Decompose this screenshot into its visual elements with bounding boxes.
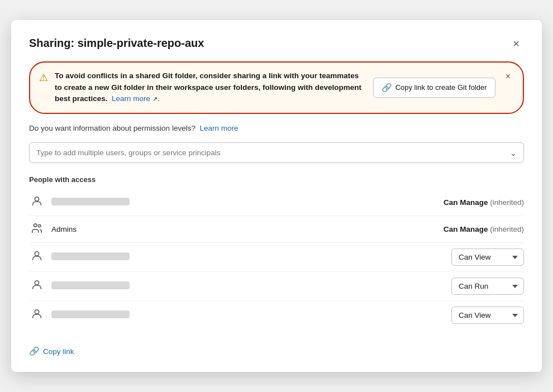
- group-icon: [29, 222, 45, 237]
- person-icon: [29, 308, 45, 323]
- person-row: Can ViewCan EditCan RunCan Manage: [29, 272, 524, 301]
- person-icon: [29, 279, 45, 294]
- permission-select[interactable]: Can ViewCan EditCan RunCan Manage: [451, 248, 524, 266]
- people-with-access-label: People with access: [29, 175, 524, 184]
- permission-label: Can Manage (inherited): [412, 198, 524, 207]
- person-row: Can Manage (inherited): [29, 189, 524, 216]
- people-list: Can Manage (inherited) Admins Can Manage…: [29, 189, 524, 329]
- svg-point-4: [35, 281, 39, 285]
- copy-link-label: Copy link: [43, 347, 74, 356]
- modal-header: Sharing: simple-private-repo-aux ×: [29, 36, 524, 51]
- person-name: [51, 310, 445, 320]
- svg-point-1: [34, 224, 37, 227]
- permission-info: Do you want information about permission…: [29, 124, 524, 132]
- permission-learn-more-link[interactable]: Learn more: [199, 124, 238, 132]
- modal-close-button[interactable]: ×: [508, 36, 524, 51]
- person-name: [51, 252, 445, 262]
- warning-close-button[interactable]: ×: [502, 70, 514, 83]
- permission-select[interactable]: Can ViewCan EditCan RunCan Manage: [451, 307, 524, 324]
- svg-point-2: [38, 224, 41, 227]
- person-name: Admins: [51, 225, 406, 233]
- permission-info-text: Do you want information about permission…: [29, 124, 196, 132]
- warning-banner: ⚠ To avoid conflicts in a shared Git fol…: [29, 61, 524, 114]
- person-icon: [29, 195, 45, 210]
- warning-learn-more-link[interactable]: Learn more: [112, 94, 150, 103]
- svg-point-5: [35, 310, 39, 314]
- link-icon: 🔗: [29, 346, 40, 356]
- link-icon: 🔗: [382, 83, 392, 93]
- permission-label: Can Manage (inherited): [412, 225, 524, 233]
- modal-footer: 🔗 Copy link: [29, 340, 524, 358]
- person-row: Can ViewCan EditCan RunCan Manage: [29, 301, 524, 329]
- person-icon: [29, 250, 45, 265]
- search-input-wrapper: ⌄: [29, 142, 524, 163]
- warning-bold-text: To avoid conflicts in a shared Git folde…: [55, 71, 361, 103]
- person-row: Can ViewCan EditCan RunCan Manage: [29, 243, 524, 272]
- copy-git-folder-button[interactable]: 🔗 Copy link to create Git folder: [373, 78, 495, 98]
- warning-external-icon: ↗: [152, 95, 158, 102]
- modal-title: Sharing: simple-private-repo-aux: [29, 37, 204, 50]
- sharing-modal: Sharing: simple-private-repo-aux × ⚠ To …: [11, 20, 542, 372]
- copy-git-folder-label: Copy link to create Git folder: [395, 83, 487, 92]
- search-input[interactable]: [36, 143, 510, 162]
- warning-icon: ⚠: [39, 71, 48, 84]
- svg-point-3: [35, 252, 39, 256]
- person-row: Admins Can Manage (inherited): [29, 216, 524, 243]
- chevron-down-icon: ⌄: [510, 149, 517, 157]
- svg-point-0: [35, 197, 39, 201]
- person-name: [51, 281, 445, 291]
- permission-select[interactable]: Can ViewCan EditCan RunCan Manage: [451, 278, 524, 295]
- warning-text: To avoid conflicts in a shared Git folde…: [55, 70, 366, 106]
- copy-link-button[interactable]: 🔗 Copy link: [29, 344, 74, 358]
- person-name: [51, 198, 406, 207]
